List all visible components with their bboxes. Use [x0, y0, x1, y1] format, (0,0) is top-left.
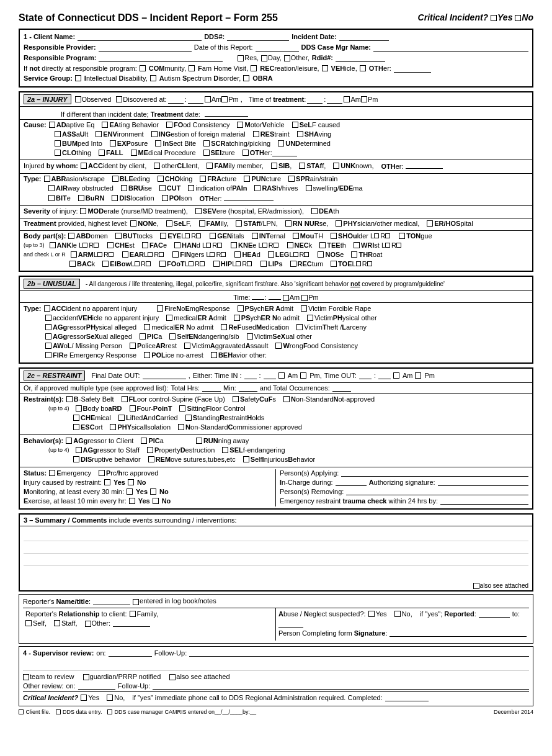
time-hh1[interactable] — [168, 95, 184, 104]
four-point-checkbox[interactable] — [130, 405, 136, 412]
day-checkbox[interactable] — [261, 55, 267, 61]
assault-checkbox[interactable] — [55, 131, 61, 137]
wrist-checkbox[interactable] — [354, 242, 360, 248]
none-checkbox[interactable] — [130, 220, 136, 227]
awol-checkbox[interactable] — [45, 343, 51, 349]
puncture-checkbox[interactable] — [244, 176, 250, 182]
aggressor-physical-checkbox[interactable] — [45, 324, 51, 330]
arm-r-checkbox[interactable] — [109, 252, 114, 257]
follow-up-field[interactable] — [189, 649, 529, 657]
ci-no-footer-checkbox[interactable] — [107, 695, 113, 701]
chest-checkbox[interactable] — [107, 242, 114, 248]
self-r-checkbox[interactable] — [25, 620, 32, 626]
wrist-l-checkbox[interactable] — [385, 243, 390, 248]
sib-checkbox[interactable] — [271, 163, 277, 169]
abrasion-checkbox[interactable] — [44, 176, 50, 182]
rash-checkbox[interactable] — [254, 185, 260, 191]
recreation-checkbox[interactable] — [251, 65, 257, 71]
client-name-field[interactable] — [78, 32, 202, 41]
date-report-field[interactable] — [256, 43, 299, 52]
running-away-checkbox[interactable] — [196, 438, 202, 444]
pm2-checkbox[interactable] — [361, 96, 367, 102]
police-arrest-checkbox[interactable] — [130, 343, 136, 349]
other-cause-field[interactable] — [272, 149, 297, 156]
time-out-hh[interactable] — [359, 372, 372, 379]
clothing-checkbox[interactable] — [55, 150, 61, 156]
authorizing-field[interactable] — [438, 479, 528, 486]
eye-checkbox[interactable] — [160, 233, 166, 239]
insect-checkbox[interactable] — [155, 140, 161, 146]
toe-checkbox[interactable] — [331, 261, 337, 267]
acc-vehicle-checkbox[interactable] — [45, 315, 51, 321]
foot-checkbox[interactable] — [159, 261, 166, 267]
restraint-checkbox[interactable] — [253, 131, 259, 137]
rdid-field[interactable] — [336, 53, 385, 62]
time-out-mm[interactable] — [378, 372, 391, 379]
total-hrs-field[interactable] — [202, 384, 221, 392]
mouth-checkbox[interactable] — [293, 233, 299, 239]
time-mm1[interactable] — [188, 95, 203, 104]
bumped-checkbox[interactable] — [55, 140, 61, 146]
food-checkbox[interactable] — [166, 122, 172, 128]
persons-applying-field[interactable] — [341, 469, 528, 477]
family-r-checkbox[interactable] — [130, 611, 136, 617]
scratching-checkbox[interactable] — [203, 140, 210, 146]
disruptive-checkbox[interactable] — [73, 456, 79, 462]
time-hh2[interactable] — [307, 95, 323, 104]
rectum-checkbox[interactable] — [290, 261, 296, 267]
pica-b-checkbox[interactable] — [141, 438, 147, 444]
buttocks-checkbox[interactable] — [115, 233, 122, 239]
escort-checkbox[interactable] — [73, 424, 79, 430]
aggressor-sexual-checkbox[interactable] — [45, 333, 51, 340]
ci-yes-footer-checkbox[interactable] — [81, 695, 87, 701]
dds-field[interactable] — [227, 32, 289, 41]
knee-l-checkbox[interactable] — [262, 243, 267, 248]
fall-checkbox[interactable] — [99, 150, 105, 156]
victim-forcible-checkbox[interactable] — [301, 305, 307, 312]
medical-proc-checkbox[interactable] — [131, 150, 137, 156]
pm-out-checkbox[interactable] — [415, 372, 421, 379]
chemical-checkbox[interactable] — [73, 415, 79, 421]
victim-physical-checkbox[interactable] — [307, 315, 313, 321]
ankle-r-checkbox[interactable] — [94, 243, 99, 248]
fam-home-checkbox[interactable] — [189, 65, 195, 71]
wrist-r-checkbox[interactable] — [396, 243, 401, 248]
victim-sexual-checkbox[interactable] — [247, 333, 253, 340]
eating-checkbox[interactable] — [102, 122, 108, 128]
staff-checkbox[interactable] — [299, 163, 305, 169]
final-date-out-field[interactable] — [143, 372, 186, 379]
eye-r-checkbox[interactable] — [196, 233, 201, 238]
ear-r-checkbox[interactable] — [159, 252, 164, 257]
autism-checkbox[interactable] — [150, 75, 156, 81]
fingers-l-checkbox[interactable] — [210, 252, 215, 257]
airway-checkbox[interactable] — [48, 185, 55, 191]
agg-client-checkbox[interactable] — [66, 438, 72, 444]
remove-sutures-checkbox[interactable] — [148, 456, 154, 462]
pica-2b-checkbox[interactable] — [140, 333, 146, 340]
intellectual-checkbox[interactable] — [75, 75, 81, 81]
ci-completed-field[interactable] — [385, 694, 429, 701]
other2-field[interactable] — [394, 64, 431, 73]
leg-l-checkbox[interactable] — [293, 252, 298, 257]
hip-r-checkbox[interactable] — [247, 261, 252, 266]
ci-yes-checkbox[interactable] — [491, 15, 497, 21]
other-cause-checkbox[interactable] — [243, 150, 249, 156]
other-review-on-field[interactable] — [78, 682, 115, 690]
severe-checkbox[interactable] — [195, 208, 202, 214]
pm-in-checkbox[interactable] — [300, 372, 306, 379]
ingestion-checkbox[interactable] — [151, 131, 158, 137]
entered-log-checkbox[interactable] — [133, 599, 139, 605]
also-see-attached-checkbox[interactable] — [473, 583, 479, 589]
shoulder-r-checkbox[interactable] — [385, 233, 390, 238]
am-out-checkbox[interactable] — [393, 372, 399, 379]
rn-nurse-checkbox[interactable] — [285, 220, 292, 227]
ear-l-checkbox[interactable] — [148, 252, 153, 257]
non-standard-na-checkbox[interactable] — [283, 396, 290, 402]
sitting-floor-checkbox[interactable] — [179, 405, 185, 412]
shaving-checkbox[interactable] — [297, 131, 303, 137]
family-t-checkbox[interactable] — [199, 220, 205, 227]
fire-emg-checkbox[interactable] — [45, 352, 51, 358]
supervisor-on-field[interactable] — [109, 649, 152, 657]
no-injury-checkbox[interactable] — [128, 479, 134, 485]
foot-l-checkbox[interactable] — [189, 261, 194, 266]
